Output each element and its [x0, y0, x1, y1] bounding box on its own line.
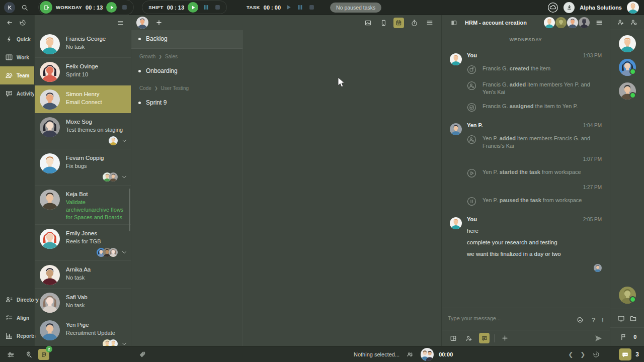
team-member-row[interactable]: Simon HenryEmail Connect — [35, 85, 131, 113]
filters-icon[interactable] — [5, 349, 16, 360]
tracked-pair-avatar[interactable] — [421, 348, 434, 361]
team-member-row[interactable]: Keja BotValidate archive/unarchive flows… — [35, 186, 131, 225]
chat-tab-button[interactable] — [479, 333, 490, 343]
task-pause-button[interactable] — [296, 4, 304, 12]
add-icon[interactable] — [153, 17, 165, 28]
member-name: Felix Ovinge — [66, 63, 128, 69]
add-member-icon[interactable] — [463, 333, 474, 344]
window-tab-icon[interactable] — [627, 313, 638, 324]
chat-menu-icon[interactable] — [594, 17, 605, 28]
member-task: Test themes on staging — [66, 126, 128, 134]
sidebar-item-activity[interactable]: Activity — [0, 84, 34, 103]
search-icon[interactable] — [19, 2, 30, 13]
message-avatar — [450, 53, 462, 65]
chat-member-avatar[interactable] — [544, 17, 555, 28]
online-member-avatar[interactable] — [619, 82, 636, 100]
add-widget-icon[interactable] — [499, 333, 510, 344]
bolt-icon — [5, 35, 14, 44]
chevron-down-icon[interactable] — [121, 137, 128, 144]
team-member-row[interactable]: Safi VabNo task — [35, 289, 131, 316]
stopwatch-icon[interactable] — [409, 17, 420, 28]
sticker-icon[interactable] — [575, 314, 586, 325]
online-member-avatar[interactable] — [619, 59, 636, 76]
workday-timer-group: WORKDAY 00 : 13 — [38, 0, 134, 15]
notes-button[interactable]: 2 — [38, 349, 49, 360]
workday-door-button[interactable] — [40, 1, 52, 14]
team-member-row[interactable]: Arnika AaNo task — [35, 261, 131, 289]
shift-stop-button[interactable] — [213, 4, 221, 12]
system-event: Francis G. created the item — [467, 65, 602, 74]
flag-count: 0 — [633, 334, 636, 340]
team-scrollbar[interactable] — [129, 189, 130, 231]
team-menu-icon[interactable] — [115, 17, 126, 28]
chat-panel: HRM - account creation WEDNESDAY You1:03… — [441, 15, 610, 346]
panel-collapse-icon[interactable] — [448, 17, 459, 28]
history-icon[interactable] — [17, 17, 28, 28]
selected-member-avatar[interactable] — [136, 17, 148, 29]
team-member-row[interactable]: Francis GeorgeNo task — [35, 30, 131, 58]
help-icon[interactable]: ? — [592, 316, 596, 324]
shift-play-button[interactable] — [188, 2, 198, 13]
screen-monitor-icon[interactable] — [616, 313, 627, 324]
app-logo[interactable] — [4, 2, 15, 13]
chat-messages: WEDNESDAY You1:03 PMFrancis G. created t… — [442, 30, 610, 308]
mini-avatar — [109, 248, 118, 257]
group-icon[interactable] — [405, 349, 416, 360]
shift-pause-button[interactable] — [202, 4, 210, 12]
sidebar-item-reports[interactable]: Reports — [0, 327, 34, 345]
task-list-item[interactable]: Onboarding — [131, 62, 243, 80]
team-icon — [5, 71, 14, 80]
workday-play-button[interactable] — [106, 2, 117, 13]
task-list-item[interactable]: Backlog — [131, 30, 243, 49]
message-text: complete your research and testing — [467, 239, 602, 245]
status-bar: 2 Nothing selected... 00:00 ❮ ❯ 3 — [0, 346, 644, 362]
sidebar-item-quick[interactable]: Quick — [0, 30, 34, 48]
employee-location-icon[interactable] — [23, 349, 34, 360]
workday-stop-button[interactable] — [120, 4, 128, 12]
team-member-row[interactable]: Moxe SogTest themes on staging — [35, 113, 131, 149]
user-avatar[interactable] — [627, 2, 639, 14]
task-title: Sprint 9 — [146, 99, 167, 106]
chevron-right-icon[interactable]: ❯ — [579, 351, 587, 358]
sidebar-item-directory[interactable]: Directory — [0, 291, 34, 309]
panel-menu-icon[interactable] — [424, 17, 435, 28]
board-view-icon[interactable] — [448, 333, 459, 344]
chevron-down-icon[interactable] — [121, 249, 128, 256]
priority-icon[interactable]: ! — [602, 316, 604, 324]
task-list-item[interactable]: Sprint 9 — [131, 94, 243, 112]
sidebar-item-align[interactable]: Align — [0, 309, 34, 327]
team-member-row[interactable]: Fevarn CoppigFix bugs — [35, 149, 131, 186]
topbar: WORKDAY 00 : 13 SHIFT 00 : 13 TASK — [0, 0, 644, 15]
message-input[interactable] — [448, 313, 571, 321]
device-icon[interactable] — [378, 17, 389, 28]
chat-member-avatar[interactable] — [555, 17, 567, 28]
sidebar-item-label: Quick — [17, 37, 31, 42]
calendar-check-button[interactable] — [393, 18, 404, 28]
chat-member-avatar[interactable] — [579, 17, 590, 28]
bot-avatar[interactable] — [619, 287, 636, 304]
download-icon[interactable] — [564, 2, 575, 13]
chevron-right-icon: ❯ — [158, 54, 162, 59]
organization-name[interactable]: Alpha Solutions — [580, 5, 622, 11]
sync-cloud-icon[interactable] — [547, 2, 558, 13]
chevron-left-icon[interactable]: ❮ — [567, 351, 575, 358]
online-member-avatar[interactable] — [619, 35, 636, 52]
flag-icon[interactable] — [618, 331, 629, 342]
sidebar-item-team[interactable]: Team — [0, 66, 34, 84]
invite-member-icon[interactable] — [615, 17, 626, 28]
tag-icon[interactable] — [137, 349, 148, 360]
send-icon[interactable] — [593, 333, 604, 344]
chat-status-button[interactable] — [619, 348, 631, 360]
history-status-icon[interactable] — [591, 349, 602, 360]
back-icon[interactable] — [4, 17, 15, 28]
team-member-row[interactable]: Felix OvingeSprint 10 — [35, 58, 131, 85]
task-stop-button[interactable] — [307, 4, 315, 12]
chat-member-avatar[interactable] — [567, 17, 578, 28]
team-member-row[interactable]: Emily JonesReels for TGB — [35, 225, 131, 261]
screenshots-icon[interactable] — [362, 17, 373, 28]
sidebar-item-work[interactable]: Work — [0, 48, 34, 66]
chevron-down-icon[interactable] — [121, 173, 128, 180]
task-play-button[interactable] — [284, 4, 292, 12]
chat-member-avatars[interactable] — [544, 17, 590, 28]
member-settings-icon[interactable] — [628, 17, 639, 28]
